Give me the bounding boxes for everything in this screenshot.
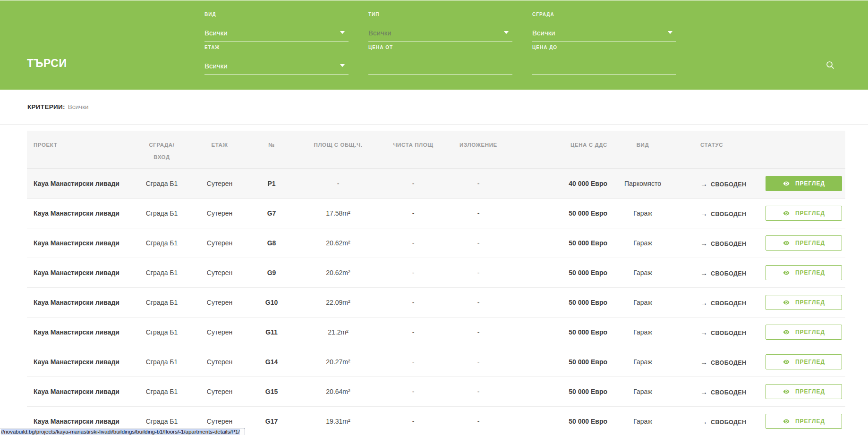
cell-net-area: - (374, 180, 452, 187)
criteria-bar: КРИТЕРИИ: Всички (0, 90, 868, 125)
column-header: СТАТУС (666, 131, 746, 168)
cell-floor: Сутерен (198, 239, 241, 247)
cell-action: ПРЕГЛЕД (746, 325, 845, 340)
filter-label: ЦЕНА ДО (532, 45, 676, 50)
status-label: СВОБОДЕН (711, 181, 746, 188)
status-arrow-icon: → (700, 418, 707, 426)
cell-area: 19.31m² (302, 418, 374, 425)
search-button[interactable] (825, 60, 836, 71)
preview-button[interactable]: ПРЕГЛЕД (766, 354, 842, 369)
criteria-label: КРИТЕРИИ: (27, 103, 65, 110)
preview-button[interactable]: ПРЕГЛЕД (766, 384, 842, 399)
criteria-value: Всички (68, 103, 89, 110)
status-arrow-icon: → (700, 388, 707, 396)
cell-price: 50 000 Евро (504, 239, 619, 247)
cell-type: Гараж (619, 328, 666, 336)
status-arrow-icon: → (700, 180, 707, 188)
filter-input[interactable]: ЦЕНА ДО (532, 45, 676, 75)
preview-button[interactable]: ПРЕГЛЕД (766, 235, 842, 251)
cell-type: Гараж (619, 388, 666, 395)
preview-button-label: ПРЕГЛЕД (795, 299, 825, 306)
table-row[interactable]: Кауа Манастирски ливади Сграда Б1 Сутере… (27, 258, 845, 288)
filter-input-value (368, 62, 512, 70)
cell-floor: Сутерен (198, 388, 241, 395)
preview-button[interactable]: ПРЕГЛЕД (766, 206, 842, 221)
preview-button-label: ПРЕГЛЕД (795, 269, 825, 276)
table-header-row: ПРОЕКТСГРАДА/ ВХОДЕТАЖ№ПЛОЩ С ОБЩ.Ч.ЧИСТ… (27, 131, 845, 169)
preview-button[interactable]: ПРЕГЛЕД (766, 265, 842, 280)
chevron-down-icon (340, 31, 345, 34)
status-label: СВОБОДЕН (711, 389, 746, 396)
preview-button-label: ПРЕГЛЕД (795, 388, 825, 395)
cell-net-area: - (374, 328, 452, 336)
cell-floor: Сутерен (198, 299, 241, 306)
cell-exposure: - (452, 388, 504, 395)
cell-exposure: - (452, 299, 504, 306)
chevron-down-icon (668, 31, 672, 34)
eye-icon (782, 180, 791, 187)
preview-button[interactable]: ПРЕГЛЕД (766, 414, 842, 429)
cell-number: G9 (241, 269, 302, 276)
preview-button[interactable]: ПРЕГЛЕД (766, 295, 842, 310)
cell-price: 50 000 Евро (504, 269, 619, 276)
cell-building: Сграда Б1 (125, 418, 198, 425)
status-arrow-icon: → (700, 328, 707, 336)
chevron-down-icon (504, 31, 509, 34)
cell-status: →СВОБОДЕН (666, 269, 746, 277)
page-title: ТЪРСИ (27, 57, 67, 70)
filter-select[interactable]: СГРАДА Всички (532, 12, 676, 42)
cell-net-area: - (374, 299, 452, 306)
eye-icon (782, 210, 791, 217)
cell-action: ПРЕГЛЕД (746, 176, 845, 191)
eye-icon (782, 359, 791, 365)
table-row[interactable]: Кауа Манастирски ливади Сграда Б1 Сутере… (27, 169, 845, 199)
cell-price: 50 000 Евро (504, 418, 619, 425)
cell-number: G7 (241, 209, 302, 217)
cell-net-area: - (374, 358, 452, 366)
cell-action: ПРЕГЛЕД (746, 265, 845, 280)
table-row[interactable]: Кауа Манастирски ливади Сграда Б1 Сутере… (27, 347, 845, 377)
cell-number: G10 (241, 299, 302, 306)
cell-floor: Сутерен (198, 418, 241, 425)
cell-status: →СВОБОДЕН (666, 180, 746, 188)
filter-select[interactable]: ВИД Всички (204, 12, 349, 42)
cell-price: 50 000 Евро (504, 358, 619, 366)
cell-type: Гараж (619, 358, 666, 366)
preview-button[interactable]: ПРЕГЛЕД (766, 176, 842, 191)
filter-select[interactable]: ЕТАЖ Всички (204, 45, 349, 75)
status-arrow-icon: → (700, 209, 707, 218)
search-filters: ВИД Всички ТИП Всички СГРАДА Всички ЕТАЖ… (204, 12, 676, 75)
table-row[interactable]: Кауа Манастирски ливади Сграда Б1 Сутере… (27, 288, 845, 318)
cell-type: Гараж (619, 418, 666, 425)
cell-project: Кауа Манастирски ливади (27, 328, 125, 336)
cell-project: Кауа Манастирски ливади (27, 239, 125, 247)
cell-floor: Сутерен (198, 269, 241, 276)
chevron-down-icon (340, 64, 345, 67)
preview-button[interactable]: ПРЕГЛЕД (766, 325, 842, 340)
cell-exposure: - (452, 180, 504, 187)
cell-exposure: - (452, 418, 504, 425)
table-row[interactable]: Кауа Манастирски ливади Сграда Б1 Сутере… (27, 377, 845, 407)
filter-input-value (532, 62, 676, 70)
table-row[interactable]: Кауа Манастирски ливади Сграда Б1 Сутере… (27, 199, 845, 228)
filter-label: ВИД (204, 12, 349, 17)
filter-selected-value: Всички (368, 29, 512, 37)
cell-area: 22.09m² (302, 299, 374, 306)
filter-select[interactable]: ТИП Всички (368, 12, 512, 42)
preview-button-label: ПРЕГЛЕД (795, 359, 825, 365)
status-label: СВОБОДЕН (711, 300, 746, 307)
filter-input[interactable]: ЦЕНА ОТ (368, 45, 512, 75)
cell-net-area: - (374, 239, 452, 247)
column-header: СГРАДА/ ВХОД (125, 131, 198, 168)
cell-type: Гараж (619, 299, 666, 306)
cell-net-area: - (374, 209, 452, 217)
table-row[interactable]: Кауа Манастирски ливади Сграда Б1 Сутере… (27, 228, 845, 258)
preview-button-label: ПРЕГЛЕД (795, 210, 825, 217)
column-header: ПЛОЩ С ОБЩ.Ч. (302, 131, 374, 168)
table-body: Кауа Манастирски ливади Сграда Б1 Сутере… (27, 169, 845, 435)
table-row[interactable]: Кауа Манастирски ливади Сграда Б1 Сутере… (27, 318, 845, 347)
column-header: ИЗЛОЖЕНИЕ (452, 131, 504, 168)
cell-action: ПРЕГЛЕД (746, 295, 845, 310)
status-arrow-icon: → (700, 358, 707, 366)
cell-exposure: - (452, 239, 504, 247)
